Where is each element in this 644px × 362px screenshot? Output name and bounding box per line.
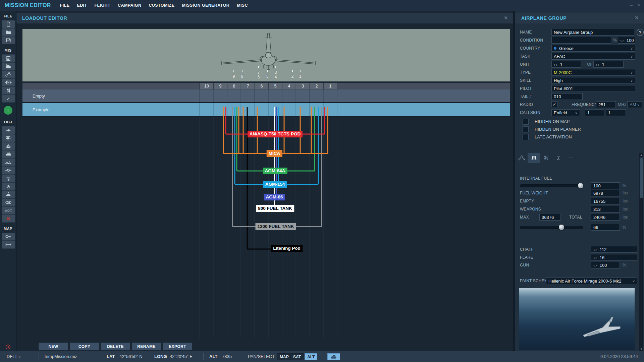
weapon-label-mica[interactable]: MICA [267,150,282,157]
measure-icon[interactable] [2,241,15,249]
modulation-select[interactable]: AM∨ [627,101,642,108]
sat-view-button[interactable]: SAT [290,353,304,360]
help-icon[interactable]: ? [637,29,644,36]
slider-handle[interactable] [559,225,564,230]
unit-of-spinner[interactable]: ‹›1 [593,61,624,68]
weapon-label-800-fuel-tank[interactable]: 800 FUEL TANK [256,205,294,212]
internal-fuel-input[interactable]: 100 [591,182,620,189]
callsign-number2-input[interactable]: 1 [606,109,626,116]
checkbox-hidden-on-map[interactable] [523,119,529,125]
weapon-label-1300-fuel-tank[interactable]: 1300 FUEL TANK [255,223,296,230]
airplane-group-icon[interactable] [2,126,15,134]
internal-fuel-slider[interactable] [520,184,583,187]
template-icon[interactable]: ◎ [2,174,15,182]
bullseye-icon[interactable] [2,78,15,86]
fuel-weight-input[interactable]: 6978 [591,190,620,196]
tail-number-input[interactable]: 010 [551,93,583,100]
tab-summary-icon[interactable]: Σ [552,153,565,163]
save-mission-icon[interactable] [2,36,15,44]
map-view-button[interactable]: MAP [277,353,291,360]
loadout-close-icon[interactable]: ✕ [504,15,508,20]
slider-handle[interactable] [578,183,583,188]
weapon-label-an-asq-t50-tcts-pod[interactable]: AN/ASQ-T50 TCTS POD [248,131,303,137]
empty-weight-input[interactable]: 16755 [591,198,620,204]
weather-icon[interactable] [2,62,15,70]
export-button[interactable]: EXPORT [163,343,192,350]
checkbox-hidden-on-planner[interactable] [523,126,529,132]
loadout-row-example[interactable]: Example [22,103,510,117]
total-weight-input[interactable]: 24046 [591,214,620,221]
frequency-input[interactable]: 251 [596,101,616,108]
mode-select[interactable]: DFLT ∨ [7,354,21,359]
ground-units-toggle[interactable] [327,353,340,360]
unit-list-icon[interactable] [2,198,15,206]
shapes-icon[interactable]: △◇□ [2,206,15,215]
briefing-icon[interactable] [2,54,15,62]
max-weight-input[interactable]: 36376 [539,214,561,221]
callsign-number1-input[interactable]: 1 [585,109,604,116]
gun-spinner[interactable]: ‹›100 [591,262,620,268]
weapons-weight-input[interactable]: 313 [591,206,620,213]
tab-loadout-icon[interactable] [528,153,540,163]
static-object-icon[interactable] [2,158,15,166]
rename-button[interactable]: RENAME [132,343,161,350]
menu-mission-generator[interactable]: MISSION GENERATOR [182,3,229,8]
close-icon[interactable]: ✕ [637,3,641,8]
flare-spinner[interactable]: ‹›16 [591,254,637,261]
percent-label: % [623,183,626,188]
menu-customize[interactable]: CUSTOMIZE [149,3,174,8]
load-percent-input[interactable]: 66 [591,224,620,231]
condition-input[interactable] [551,37,611,44]
radio-checkbox[interactable]: ✓ [551,101,557,107]
route-tool-icon[interactable] [2,70,15,78]
map-key-icon[interactable] [2,233,15,241]
trigger-zone-icon[interactable]: ⊗ [2,182,15,190]
delete-object-icon[interactable]: ✖ [2,215,15,223]
chaff-spinner[interactable]: ‹›112 [591,246,637,253]
mission-check-icon[interactable]: ✓ [2,95,15,103]
callsign-select[interactable]: Enfield∨ [551,109,580,116]
unit-count-spinner[interactable]: ‹›1 [551,61,581,68]
new-button[interactable]: NEW [39,343,68,350]
scrollbar-thumb[interactable] [640,158,643,198]
menu-campaign[interactable]: CAMPAIGN [118,3,141,8]
weapon-label-agm-84a[interactable]: AGM-84A [263,168,287,174]
name-input[interactable]: New Airplane Group [551,29,634,36]
delete-button[interactable]: DELETE [101,343,130,350]
waypoint-icon[interactable] [2,166,15,174]
checkbox-late-activation[interactable] [523,134,529,140]
ship-group-icon[interactable] [2,142,15,150]
paint-scheme-select[interactable]: Hellenic Air Force Mirage 2000-5 Mk2∨ [546,278,637,284]
skill-select[interactable]: High∨ [551,77,635,84]
helicopter-group-icon[interactable] [2,134,15,142]
farp-icon[interactable] [2,190,15,198]
condition-spinner[interactable]: ‹›100 [618,37,635,44]
group-close-icon[interactable]: ✕ [635,15,639,20]
country-select[interactable]: Greece∨ [551,45,635,52]
alt-view-button[interactable]: ALT [305,353,317,360]
menu-misc[interactable]: MISC [237,3,248,8]
loadout-row-empty[interactable]: Empty [22,89,510,103]
open-mission-icon[interactable] [2,28,15,36]
launch-icon[interactable]: ↑ [2,107,14,114]
exit-icon[interactable] [2,343,14,351]
pilot-input[interactable]: Pilot #001 [551,85,635,92]
weapon-label-litening-pod[interactable]: Litening Pod [271,245,303,252]
type-select[interactable]: M-2000C∨ [551,69,635,76]
menu-file[interactable]: FILE [60,3,70,8]
tab-more-icon[interactable]: ⋯ [565,153,577,163]
scrollbar[interactable]: ▲ ▼ [639,153,643,351]
task-select[interactable]: AFAC∨ [551,53,635,60]
menu-edit[interactable]: EDIT [77,3,87,8]
menu-flight[interactable]: FLIGHT [95,3,111,8]
load-slider[interactable] [520,226,583,229]
tab-route-icon[interactable] [515,153,528,163]
gates-icon[interactable] [2,86,15,95]
minimize-icon[interactable]: ─ [630,3,633,8]
weapon-label-agm-154[interactable]: AGM-154 [263,181,287,188]
vehicle-group-icon[interactable] [2,150,15,158]
copy-button[interactable]: COPY [70,343,99,350]
weapon-label-agm-86[interactable]: AGM-86 [264,194,285,200]
tab-systems-icon[interactable]: ⌘ [540,153,552,163]
new-mission-icon[interactable] [2,20,15,28]
